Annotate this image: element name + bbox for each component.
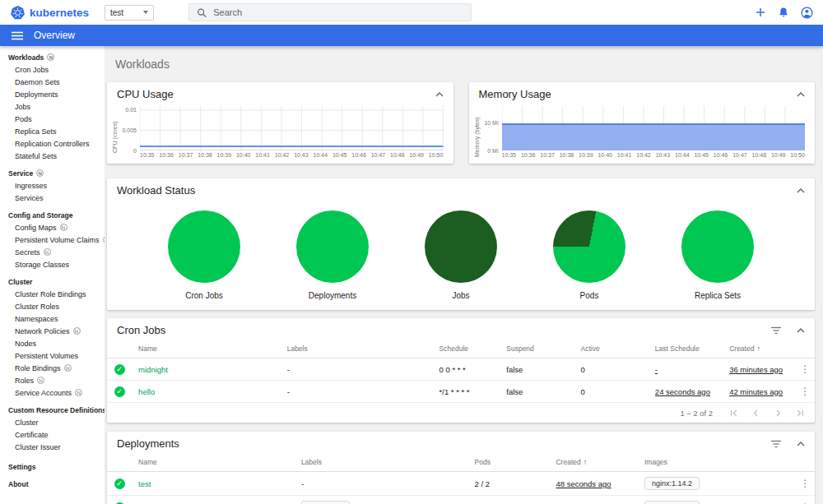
kubernetes-brand[interactable]: kubernetes xyxy=(10,5,105,21)
cron-job-name-link[interactable]: midnight xyxy=(138,365,168,374)
cell-created: 36 minutes ago xyxy=(723,358,793,381)
sidebar-item-cluster-issuer[interactable]: Cluster Issuer xyxy=(0,441,105,453)
cpu-usage-plot xyxy=(140,106,444,150)
status-ok-icon: ✓ xyxy=(114,479,125,489)
row-menu-kebab-icon[interactable]: ⋮ xyxy=(800,478,808,489)
column-header-created[interactable]: Created↑ xyxy=(549,454,638,472)
notifications-bell-icon[interactable] xyxy=(777,6,790,19)
collapse-chevron-up-icon[interactable] xyxy=(797,188,805,193)
cell-last-schedule: - xyxy=(649,358,723,381)
column-header-images[interactable]: Images xyxy=(638,454,793,472)
sidebar-group-service[interactable]: ServiceN xyxy=(0,167,105,179)
filter-icon[interactable] xyxy=(770,326,782,335)
sidebar-item-roles[interactable]: RolesN xyxy=(0,374,105,386)
sidebar-item-replica-sets[interactable]: Replica Sets xyxy=(0,125,105,137)
column-header-schedule[interactable]: Schedule xyxy=(433,340,500,358)
create-plus-icon[interactable] xyxy=(754,6,767,19)
brand-name: kubernetes xyxy=(30,7,89,19)
sidebar-item-stateful-sets[interactable]: Stateful Sets xyxy=(0,150,105,162)
chevron-left-icon[interactable] xyxy=(751,409,760,418)
sidebar-item-storage-classes[interactable]: Storage Classes xyxy=(0,258,105,270)
column-header-menu xyxy=(793,454,815,472)
x-axis-ticks: 10:3510:3610:3710:3810:3910:4010:4110:42… xyxy=(502,152,806,158)
sidebar-item-config-maps[interactable]: Config MapsN xyxy=(0,221,105,234)
sidebar-item-service-accounts[interactable]: Service AccountsN xyxy=(0,386,105,399)
sidebar-item-persistent-volume-claims[interactable]: Persistent Volume ClaimsN xyxy=(0,234,105,246)
cron-job-name-link[interactable]: hello xyxy=(138,387,155,396)
column-header-name[interactable]: Name xyxy=(132,454,295,472)
namespace-value: test xyxy=(110,8,123,17)
sidebar-item-cluster-role-bindings[interactable]: Cluster Role Bindings xyxy=(0,288,105,300)
x-tick-label: 10:44 xyxy=(675,152,690,158)
sidebar-group-custom-resource-definitions[interactable]: Custom Resource Definitions xyxy=(0,404,105,416)
sidebar-item-nodes[interactable]: Nodes xyxy=(0,337,105,349)
sidebar-item-pods[interactable]: Pods xyxy=(0,113,105,125)
sidebar-item-replication-controllers[interactable]: Replication Controllers xyxy=(0,137,105,150)
pie-label: Jobs xyxy=(452,291,469,300)
deployment-name-link[interactable]: test xyxy=(138,479,151,488)
cron-jobs-card: Cron Jobs NameLabelsScheduleSuspendActiv… xyxy=(107,318,815,423)
first-page-icon[interactable] xyxy=(729,409,738,418)
x-tick-label: 10:41 xyxy=(255,152,270,158)
column-header-suspend[interactable]: Suspend xyxy=(500,340,574,358)
cell-created: 48 seconds ago xyxy=(549,472,638,496)
y-tick-label: 10 Mi xyxy=(484,120,498,126)
usage-charts-row: CPU Usage CPU (cores)00.0050.0110:3510:3… xyxy=(107,82,815,164)
column-header-created[interactable]: Created↑ xyxy=(723,340,793,358)
sidebar-group-workloads[interactable]: WorkloadsN xyxy=(0,51,105,63)
sidebar-group-config-and-storage[interactable]: Config and Storage xyxy=(0,209,105,221)
user-account-icon[interactable] xyxy=(800,6,813,19)
collapse-chevron-up-icon[interactable] xyxy=(797,92,805,97)
sidebar-item-secrets[interactable]: SecretsN xyxy=(0,246,105,258)
x-tick-label: 10:50 xyxy=(790,152,805,158)
sidebar-item-cluster[interactable]: Cluster xyxy=(0,416,105,428)
kubernetes-logo-icon xyxy=(10,5,26,21)
last-page-icon[interactable] xyxy=(796,409,805,418)
sidebar-group-cluster[interactable]: Cluster xyxy=(0,275,105,288)
column-header-last-schedule[interactable]: Last Schedule xyxy=(649,340,723,358)
column-header-labels[interactable]: Labels xyxy=(295,454,468,472)
row-menu-kebab-icon[interactable]: ⋮ xyxy=(800,363,808,375)
chevron-right-icon[interactable] xyxy=(774,409,783,418)
sidebar-item-jobs[interactable]: Jobs xyxy=(0,100,105,113)
sidebar-group-label: Cluster xyxy=(8,278,32,286)
sidebar-item-cron-jobs[interactable]: Cron Jobs xyxy=(0,63,105,76)
sidebar-group-about[interactable]: About xyxy=(0,478,105,490)
sidebar-group-settings[interactable]: Settings xyxy=(0,460,105,473)
cron-jobs-card-title: Cron Jobs xyxy=(117,324,165,336)
sidebar-item-label: Secrets xyxy=(15,248,40,257)
column-header-active[interactable]: Active xyxy=(574,340,649,358)
column-header-labels[interactable]: Labels xyxy=(281,340,433,358)
collapse-chevron-up-icon[interactable] xyxy=(797,328,805,333)
sidebar-nav: WorkloadsNCron JobsDaemon SetsDeployment… xyxy=(0,46,105,504)
sidebar-item-label: Replica Sets xyxy=(15,127,57,136)
sidebar-item-services[interactable]: Services xyxy=(0,192,105,204)
cron-jobs-pagination: 1 – 2 of 2 xyxy=(107,403,815,423)
row-menu-kebab-icon[interactable]: ⋮ xyxy=(800,386,808,397)
collapse-chevron-up-icon[interactable] xyxy=(435,92,444,97)
column-header-label: Name xyxy=(138,344,157,353)
collapse-chevron-up-icon[interactable] xyxy=(797,442,805,446)
sidebar-item-role-bindings[interactable]: Role BindingsN xyxy=(0,362,105,374)
sidebar-item-certificate[interactable]: Certificate xyxy=(0,428,105,441)
column-header-pods[interactable]: Pods xyxy=(468,454,550,472)
x-tick-label: 10:46 xyxy=(351,152,366,158)
namespace-select[interactable]: test xyxy=(105,5,154,21)
pie-label: Replica Sets xyxy=(695,291,741,300)
sidebar-item-daemon-sets[interactable]: Daemon Sets xyxy=(0,76,105,88)
column-header-name[interactable]: Name xyxy=(132,340,281,358)
sidebar-item-network-policies[interactable]: Network PoliciesN xyxy=(0,325,105,337)
x-tick-label: 10:39 xyxy=(579,152,593,158)
filter-icon[interactable] xyxy=(770,440,782,448)
sidebar-item-ingresses[interactable]: Ingresses xyxy=(0,179,105,192)
sidebar-item-deployments[interactable]: Deployments xyxy=(0,88,105,100)
search-bar[interactable] xyxy=(188,3,472,21)
pie-chart-pods xyxy=(553,210,625,283)
sidebar-item-cluster-roles[interactable]: Cluster Roles xyxy=(0,300,105,312)
sidebar-item-namespaces[interactable]: Namespaces xyxy=(0,312,105,325)
search-input[interactable] xyxy=(213,7,463,17)
hamburger-menu-icon[interactable] xyxy=(12,31,23,40)
sidebar-item-persistent-volumes[interactable]: Persistent Volumes xyxy=(0,349,105,362)
cell-labels: - xyxy=(281,381,433,403)
sidebar-item-label: Ingresses xyxy=(15,182,47,190)
